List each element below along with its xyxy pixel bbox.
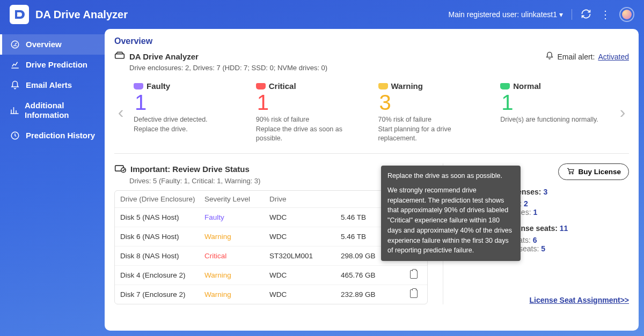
gauge-icon xyxy=(10,40,20,49)
clock-icon xyxy=(10,131,20,140)
drive-status-icon xyxy=(114,163,126,175)
content: Overview DA Drive Analyzer Drive enclosu… xyxy=(105,29,639,331)
svg-point-9 xyxy=(569,173,570,174)
user-name: ulinkatest1 xyxy=(521,10,557,19)
app-title: DA Drive Analyzer xyxy=(35,9,128,21)
cell-drive: Disk 6 (NAS Host) xyxy=(120,233,204,241)
chevron-down-icon: ▾ xyxy=(559,10,563,19)
cell-severity: Warning xyxy=(204,290,269,298)
sidebar-item-email-alerts[interactable]: Email Alerts xyxy=(0,75,105,95)
buy-license-button[interactable]: Buy License xyxy=(558,163,629,180)
status-card-critical: Critical 1 90% risk of failure Replace t… xyxy=(252,81,370,144)
col-severity: Severity Level xyxy=(204,195,269,203)
status-desc: Drive(s) are functioning normally. xyxy=(500,115,610,125)
sidebar-item-label: Drive Prediction xyxy=(26,60,87,70)
status-count: 1 xyxy=(501,92,610,113)
cell-severity: Warning xyxy=(204,233,269,241)
license-seat-assignment-link[interactable]: License Seat Assignment>> xyxy=(455,285,629,304)
drive-summary: Drive enclosures: 2, Drives: 7 (HDD: 7; … xyxy=(129,64,327,72)
review-title: Important: Review Drive Status xyxy=(130,165,250,174)
chart-line-icon xyxy=(10,60,20,70)
user-avatar[interactable] xyxy=(619,7,634,22)
status-label: Warning xyxy=(391,81,423,91)
svg-point-0 xyxy=(16,11,18,13)
cell-drive: Disk 5 (NAS Host) xyxy=(120,213,204,221)
email-alert-status: Email alert: Activated xyxy=(545,51,629,62)
cell-drive: Disk 4 (Enclosure 2) xyxy=(120,271,204,279)
sidebar-item-label: Email Alerts xyxy=(26,80,72,90)
cell-drive: Disk 7 (Enclosure 2) xyxy=(120,290,204,298)
status-label: Faulty xyxy=(147,81,170,91)
status-count: 1 xyxy=(135,92,243,113)
cell-model: ST320LM001 xyxy=(269,252,341,260)
sidebar-item-label: Overview xyxy=(26,40,62,49)
table-header: Drive (Drive Enclosure) Severity Level D… xyxy=(115,191,427,208)
carousel-next[interactable]: › xyxy=(616,102,629,122)
user-prefix: Main registered user: xyxy=(449,10,519,19)
row-action-icon[interactable] xyxy=(406,289,422,300)
cell-drive: Disk 8 (NAS Host) xyxy=(120,252,204,260)
status-desc: 70% risk of failure Start planning for a… xyxy=(378,115,488,144)
refresh-icon[interactable] xyxy=(581,9,591,21)
cell-capacity: 232.89 GB xyxy=(341,290,406,298)
row-action-icon[interactable] xyxy=(406,270,422,280)
critical-tooltip: Replace the drive as soon as possible. W… xyxy=(381,166,521,261)
status-count: 1 xyxy=(257,92,365,113)
status-card-warning: Warning 3 70% risk of failure Start plan… xyxy=(374,81,492,144)
divider xyxy=(114,153,629,154)
email-alert-label: Email alert: xyxy=(557,53,595,61)
page-title: Overview xyxy=(114,36,629,46)
cell-severity: Critical xyxy=(204,252,269,260)
drive-enclosure-icon xyxy=(114,51,125,62)
sidebar-item-additional-info[interactable]: Additional Information xyxy=(0,95,105,125)
sidebar-item-drive-prediction[interactable]: Drive Prediction xyxy=(0,55,105,75)
bell-icon xyxy=(10,80,20,90)
svg-rect-4 xyxy=(115,54,125,58)
cell-severity: Faulty xyxy=(204,213,269,221)
divider xyxy=(572,9,572,20)
drive-normal-icon xyxy=(500,83,510,89)
cell-capacity: 465.76 GB xyxy=(341,271,406,279)
bell-outline-icon xyxy=(545,51,554,62)
buy-license-label: Buy License xyxy=(578,168,621,176)
tooltip-head: Replace the drive as soon as possible. xyxy=(387,171,514,181)
overview-header-title: DA Drive Analyzer xyxy=(129,52,199,61)
svg-point-1 xyxy=(16,14,18,16)
topbar: DA Drive Analyzer Main registered user: … xyxy=(0,0,644,29)
status-count: 3 xyxy=(379,92,488,113)
sidebar-item-overview[interactable]: Overview xyxy=(0,34,105,55)
cart-icon xyxy=(566,167,575,176)
cell-model: WDC xyxy=(269,213,341,221)
table-row: Disk 6 (NAS Host)WarningWDC5.46 TB xyxy=(115,227,427,247)
bar-chart-icon xyxy=(10,106,19,115)
status-desc: 90% risk of failure Replace the drive as… xyxy=(256,115,365,144)
table-row: Disk 8 (NAS Host)CriticalST320LM001298.0… xyxy=(115,247,427,266)
drive-faulty-icon xyxy=(134,83,143,89)
sidebar-item-label: Prediction History xyxy=(26,131,95,140)
svg-point-10 xyxy=(572,173,573,174)
overview-header: DA Drive Analyzer xyxy=(114,51,327,62)
status-card-faulty: Faulty 1 Defective drive detected. Repla… xyxy=(129,81,247,144)
sidebar-item-prediction-history[interactable]: Prediction History xyxy=(0,125,105,146)
table-row: Disk 4 (Enclosure 2)WarningWDC465.76 GB xyxy=(115,266,427,285)
sidebar-item-label: Additional Information xyxy=(25,101,96,120)
carousel-prev[interactable]: ‹ xyxy=(114,102,127,122)
sidebar: Overview Drive Prediction Email Alerts A… xyxy=(0,29,105,336)
more-icon[interactable]: ⋮ xyxy=(600,9,611,20)
table-row: Disk 5 (NAS Host)FaultyWDC5.46 TB xyxy=(115,208,427,227)
table-row: Disk 7 (Enclosure 2)WarningWDC232.89 GB xyxy=(115,285,427,304)
status-desc: Defective drive detected. Replace the dr… xyxy=(134,115,243,134)
cell-model: WDC xyxy=(269,290,341,298)
col-model: Drive xyxy=(269,195,341,203)
tooltip-body: We strongly recommend drive replacement.… xyxy=(387,185,514,256)
col-drive: Drive (Drive Enclosure) xyxy=(120,195,204,203)
status-label: Critical xyxy=(269,81,296,91)
app-logo xyxy=(10,5,29,24)
drive-critical-icon xyxy=(256,83,266,89)
cell-model: WDC xyxy=(269,271,341,279)
user-menu[interactable]: Main registered user: ulinkatest1 ▾ xyxy=(449,10,563,19)
cell-severity: Warning xyxy=(204,271,269,279)
drive-warning-icon xyxy=(378,83,388,89)
cell-model: WDC xyxy=(269,233,341,241)
email-alert-link[interactable]: Activated xyxy=(598,53,629,61)
